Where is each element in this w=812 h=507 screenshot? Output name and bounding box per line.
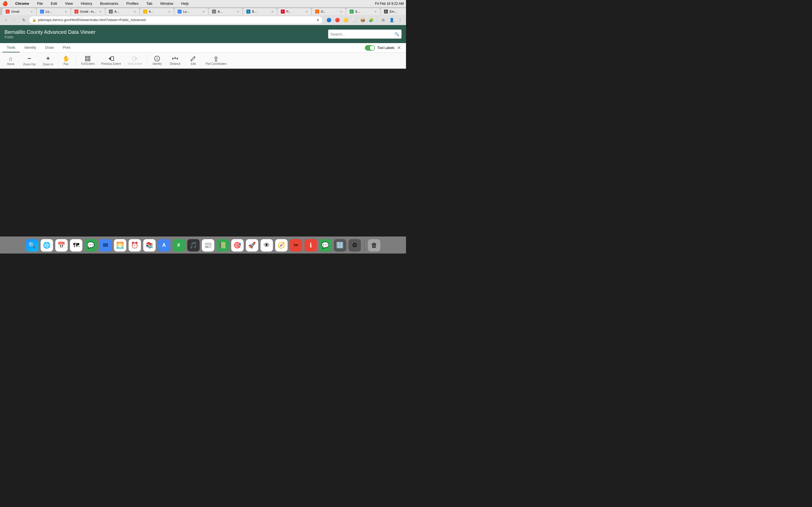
menubar-chrome[interactable]: Chrome bbox=[13, 1, 31, 6]
dock-messages[interactable]: 💬 bbox=[85, 239, 97, 251]
menu-btn[interactable]: ⋮ bbox=[396, 16, 404, 24]
menubar-edit[interactable]: Edit bbox=[49, 1, 59, 6]
address-bar[interactable]: 🔒 pdsmaps.bernco.gov/Html5Viewer/index.h… bbox=[29, 16, 322, 24]
browser-tab-11[interactable]: S S... ✕ bbox=[346, 8, 380, 15]
apple-menu[interactable]: 🍎 bbox=[2, 1, 8, 6]
tool-distance[interactable]: Distance bbox=[167, 54, 184, 66]
dock-keynote[interactable]: 🎯 bbox=[231, 239, 244, 251]
ext-btn-3[interactable]: 🟡 bbox=[342, 16, 349, 24]
menubar-view[interactable]: View bbox=[63, 1, 74, 6]
ext-btn-1[interactable]: 🔵 bbox=[325, 16, 333, 24]
ext-btn-2[interactable]: 🔴 bbox=[334, 16, 341, 24]
tab-close-11[interactable]: ✕ bbox=[374, 10, 377, 13]
tool-pan[interactable]: ✋ Pan bbox=[57, 54, 74, 67]
tool-home[interactable]: ⌂ Home bbox=[2, 54, 19, 67]
menubar-file[interactable]: File bbox=[35, 1, 45, 6]
dock-mail[interactable]: ✉ bbox=[99, 239, 112, 251]
dock-maps[interactable]: 🗺 bbox=[70, 239, 82, 251]
ext-btn-4[interactable]: ⬜ bbox=[350, 16, 358, 24]
dock-calculator[interactable]: 🔢 bbox=[334, 239, 346, 251]
browser-tab-10[interactable]: O O... ✕ bbox=[312, 8, 346, 15]
dock-imessage[interactable]: 💬 bbox=[319, 239, 332, 251]
menubar-window[interactable]: Window bbox=[158, 1, 175, 6]
tool-zoom-in[interactable]: + Zoom In bbox=[40, 54, 56, 67]
tab-close-2[interactable]: ✕ bbox=[65, 10, 67, 13]
forward-button[interactable]: › bbox=[11, 16, 18, 24]
split-view-btn[interactable]: ⧉ bbox=[379, 16, 387, 24]
dock-appstore[interactable]: A bbox=[158, 239, 170, 251]
tab-close-8[interactable]: ✕ bbox=[271, 10, 273, 13]
tool-separator-2 bbox=[147, 55, 147, 66]
profile-btn[interactable]: 👤 bbox=[388, 16, 395, 24]
tab-favicon-1: G bbox=[6, 10, 10, 13]
dock-photos[interactable]: 🌅 bbox=[114, 239, 126, 251]
tab-close-9[interactable]: ✕ bbox=[306, 10, 308, 13]
toolbar-close-button[interactable]: ✕ bbox=[397, 45, 402, 51]
dock-launchpad[interactable]: 🚀 bbox=[246, 239, 258, 251]
tab-close-10[interactable]: ✕ bbox=[340, 10, 342, 13]
browser-tab-5[interactable]: 4 4... ✕ bbox=[140, 8, 174, 15]
tool-plot-coordinates[interactable]: Plot Coordinates bbox=[203, 54, 229, 66]
tab-close-1[interactable]: ✕ bbox=[31, 10, 33, 13]
tab-close-6[interactable]: ✕ bbox=[202, 10, 205, 13]
dock-reminders[interactable]: ⏰ bbox=[129, 239, 141, 251]
tool-edit[interactable]: Edit bbox=[185, 54, 202, 66]
tool-labels-switch[interactable] bbox=[365, 45, 375, 51]
dock-cricut[interactable]: ✂ bbox=[290, 239, 302, 251]
browser-tab-7[interactable]: A A... ✕ bbox=[209, 8, 243, 15]
menubar-history[interactable]: History bbox=[79, 1, 94, 6]
menubar-help[interactable]: Help bbox=[180, 1, 191, 6]
dock-books2[interactable]: 📗 bbox=[216, 239, 229, 251]
tab-tools[interactable]: Tools bbox=[2, 43, 20, 52]
tab-draw[interactable]: Draw bbox=[41, 43, 58, 52]
search-input[interactable] bbox=[331, 32, 393, 36]
tab-close-3[interactable]: ✕ bbox=[99, 10, 101, 13]
svg-point-20 bbox=[215, 57, 217, 59]
browser-tab-12[interactable]: E Em... ✕ bbox=[380, 8, 406, 15]
svg-marker-4 bbox=[109, 57, 111, 61]
tool-full-extent[interactable]: Full Extent bbox=[78, 54, 97, 66]
back-button[interactable]: ‹ bbox=[2, 16, 10, 24]
tool-previous-extent[interactable]: Previous Extent bbox=[98, 54, 124, 66]
dock-systemprefs[interactable]: ⚙ bbox=[349, 239, 361, 251]
browser-tab-8[interactable]: B B... ✕ bbox=[243, 8, 277, 15]
browser-tab-3[interactable]: G Gmail - In... ✕ bbox=[71, 8, 105, 15]
tab-close-4[interactable]: ✕ bbox=[134, 10, 136, 13]
tool-next-extent[interactable]: Next Extent bbox=[125, 54, 145, 66]
dock-calendar[interactable]: 📅 bbox=[55, 239, 68, 251]
browser-tab-9[interactable]: P P... ✕ bbox=[277, 8, 311, 15]
browser-tab-1[interactable]: G Gmail ✕ bbox=[2, 8, 36, 15]
browser-tab-6[interactable]: L Lo... ✕ bbox=[174, 8, 208, 15]
ext-btn-5[interactable]: 📦 bbox=[359, 16, 366, 24]
dock-info[interactable]: ℹ bbox=[305, 239, 317, 251]
dock-chrome[interactable]: 🌐 bbox=[41, 239, 53, 251]
reload-button[interactable]: ↻ bbox=[20, 16, 28, 24]
tab-identify[interactable]: Identify bbox=[20, 43, 41, 52]
browser-tab-4[interactable]: A A... ✕ bbox=[105, 8, 139, 15]
tab-close-7[interactable]: ✕ bbox=[237, 10, 239, 13]
dock-news[interactable]: 📰 bbox=[202, 239, 214, 251]
zoom-out-label: Zoom Out bbox=[23, 63, 36, 66]
tab-print[interactable]: Print bbox=[58, 43, 75, 52]
browser-tab-2[interactable]: L Lo... ✕ bbox=[37, 8, 70, 15]
dock-preview[interactable]: 👁 bbox=[260, 239, 273, 251]
dock-trash[interactable]: 🗑 bbox=[368, 239, 380, 251]
menubar-profiles[interactable]: Profiles bbox=[124, 1, 140, 6]
dock-numbers[interactable]: # bbox=[172, 239, 185, 251]
header-search[interactable]: 🔍 bbox=[328, 30, 402, 39]
dock-music[interactable]: 🎵 bbox=[187, 239, 200, 251]
tab-title-8: B... bbox=[252, 10, 269, 13]
dock-books[interactable]: 📚 bbox=[143, 239, 156, 251]
tab-favicon-2: L bbox=[40, 10, 44, 13]
tab-title-7: A... bbox=[218, 10, 235, 13]
tool-identify[interactable]: i Identify bbox=[149, 54, 165, 66]
ext-btn-6[interactable]: 🧩 bbox=[367, 16, 375, 24]
menubar-tab[interactable]: Tab bbox=[145, 1, 154, 6]
tool-zoom-out[interactable]: − Zoom Out bbox=[20, 54, 38, 67]
search-icon: 🔍 bbox=[395, 32, 399, 36]
menubar-bookmarks[interactable]: Bookmarks bbox=[98, 1, 120, 6]
search-box[interactable]: 🔍 bbox=[328, 30, 402, 39]
dock-safari[interactable]: 🧭 bbox=[275, 239, 288, 251]
tab-close-5[interactable]: ✕ bbox=[168, 10, 170, 13]
dock-finder[interactable]: 🔍 bbox=[26, 239, 38, 251]
